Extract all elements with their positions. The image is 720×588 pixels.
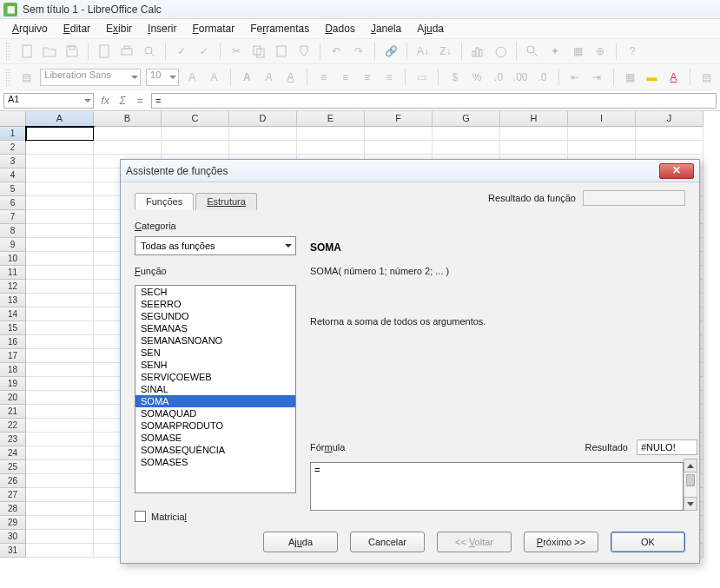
- currency-icon[interactable]: $: [446, 68, 463, 87]
- function-list-item[interactable]: SOMARPRODUTO: [135, 420, 295, 432]
- name-box[interactable]: A1: [3, 93, 94, 109]
- function-wizard-icon[interactable]: fx: [97, 95, 113, 107]
- cell[interactable]: [162, 141, 229, 155]
- menu-help[interactable]: Ajuda: [410, 21, 451, 36]
- row-header[interactable]: 17: [0, 349, 26, 363]
- cell[interactable]: [26, 488, 94, 502]
- find-icon[interactable]: [523, 42, 542, 61]
- cut-icon[interactable]: ✂: [227, 42, 246, 61]
- menu-tools[interactable]: Ferramentas: [243, 21, 316, 36]
- cell[interactable]: [94, 141, 162, 155]
- new-icon[interactable]: [17, 42, 36, 61]
- menu-file[interactable]: Arquivo: [5, 21, 55, 36]
- toolbar-grip[interactable]: [5, 43, 10, 60]
- column-header[interactable]: F: [365, 111, 433, 127]
- font-name-combo[interactable]: Liberation Sans: [40, 69, 141, 86]
- cell[interactable]: [229, 127, 297, 141]
- cell[interactable]: [26, 363, 94, 377]
- cell[interactable]: [433, 127, 500, 141]
- menu-format[interactable]: Formatar: [185, 21, 241, 36]
- category-combo[interactable]: Todas as funções: [135, 236, 296, 255]
- function-list-item[interactable]: SOMASES: [135, 456, 295, 468]
- font-size-combo[interactable]: 10: [146, 69, 179, 86]
- undo-icon[interactable]: ↶: [327, 42, 346, 61]
- cell[interactable]: [26, 182, 94, 196]
- font-size-increase-icon[interactable]: A: [184, 68, 201, 87]
- cell[interactable]: [26, 419, 94, 433]
- row-header[interactable]: 2: [0, 141, 26, 155]
- cell[interactable]: [636, 141, 703, 155]
- cell[interactable]: [26, 460, 94, 474]
- row-header[interactable]: 15: [0, 321, 26, 335]
- column-header[interactable]: H: [500, 111, 568, 127]
- cell[interactable]: [26, 335, 94, 349]
- sum-icon[interactable]: Σ: [115, 95, 130, 107]
- row-header[interactable]: 9: [0, 238, 26, 252]
- cell[interactable]: [26, 127, 94, 141]
- remove-decimal-icon[interactable]: .0: [534, 68, 551, 87]
- export-pdf-icon[interactable]: [95, 42, 114, 61]
- font-size-decrease-icon[interactable]: A: [206, 68, 222, 87]
- show-draw-icon[interactable]: ◯: [491, 42, 510, 61]
- ok-button[interactable]: OK: [611, 532, 685, 552]
- chart-icon[interactable]: [468, 42, 487, 61]
- print-icon[interactable]: [117, 42, 136, 61]
- cell[interactable]: [162, 127, 229, 141]
- sort-desc-icon[interactable]: Z↓: [436, 42, 455, 61]
- formula-input[interactable]: =: [151, 93, 717, 109]
- gallery-icon[interactable]: ▦: [568, 42, 587, 61]
- cell[interactable]: [26, 280, 94, 294]
- tab-functions[interactable]: Funções: [135, 193, 194, 210]
- row-header[interactable]: 24: [0, 446, 26, 460]
- menu-data[interactable]: Dados: [318, 21, 362, 36]
- cell[interactable]: [568, 127, 636, 141]
- column-header[interactable]: D: [229, 111, 297, 127]
- borders-icon[interactable]: ▦: [622, 68, 638, 87]
- cell[interactable]: [365, 127, 433, 141]
- toolbar-grip[interactable]: [5, 69, 10, 86]
- next-button[interactable]: Próximo >>: [524, 532, 598, 552]
- function-list-item[interactable]: SERVIÇOEWEB: [135, 371, 295, 383]
- formula-scrollbar[interactable]: [684, 459, 697, 511]
- conditional-format-icon[interactable]: ▤: [698, 68, 715, 87]
- function-list-item[interactable]: SOMAQUAD: [135, 407, 295, 420]
- cell[interactable]: [297, 141, 365, 155]
- redo-icon[interactable]: ↷: [349, 42, 368, 61]
- open-icon[interactable]: [40, 42, 59, 61]
- number-format-icon[interactable]: .0: [491, 68, 507, 87]
- formula-textarea[interactable]: [310, 462, 684, 511]
- row-header[interactable]: 30: [0, 530, 26, 544]
- cell[interactable]: [26, 307, 94, 321]
- cell[interactable]: [26, 224, 94, 238]
- function-list-item[interactable]: SEERRO: [135, 298, 295, 310]
- cell[interactable]: [26, 433, 94, 446]
- cell[interactable]: [26, 405, 94, 419]
- copy-icon[interactable]: [249, 42, 268, 61]
- cell[interactable]: [26, 544, 94, 558]
- dialog-titlebar[interactable]: Assistente de funções ✕: [121, 160, 699, 182]
- align-justify-icon[interactable]: ≡: [380, 68, 397, 87]
- function-list-item[interactable]: SINAL: [135, 383, 295, 395]
- menu-view[interactable]: Exibir: [99, 21, 139, 36]
- row-header[interactable]: 14: [0, 307, 26, 321]
- row-header[interactable]: 27: [0, 488, 26, 502]
- help-button[interactable]: Ajuda: [263, 532, 338, 552]
- cell[interactable]: [26, 530, 94, 544]
- italic-icon[interactable]: A: [261, 68, 277, 87]
- scroll-up-icon[interactable]: [684, 459, 697, 472]
- save-icon[interactable]: [63, 42, 82, 61]
- cell[interactable]: [26, 210, 94, 224]
- cell[interactable]: [500, 127, 568, 141]
- row-header[interactable]: 7: [0, 210, 26, 224]
- column-header[interactable]: C: [162, 111, 229, 127]
- navigator-icon[interactable]: ✦: [545, 42, 565, 61]
- add-decimal-icon[interactable]: .00: [512, 68, 529, 87]
- align-left-icon[interactable]: ≡: [315, 68, 332, 87]
- cell[interactable]: [26, 516, 94, 530]
- row-header[interactable]: 6: [0, 196, 26, 210]
- row-header[interactable]: 1: [0, 127, 26, 141]
- highlight-color-icon[interactable]: ▬: [644, 68, 660, 87]
- column-header[interactable]: I: [568, 111, 636, 127]
- row-header[interactable]: 8: [0, 224, 26, 238]
- sort-asc-icon[interactable]: A↓: [413, 42, 433, 61]
